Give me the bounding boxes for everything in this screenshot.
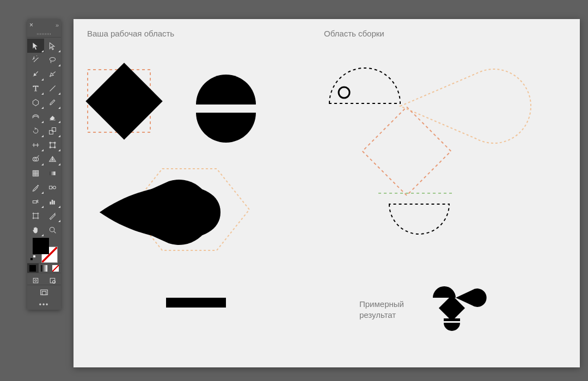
shape-builder-tool[interactable] [27,152,44,166]
curvature-tool[interactable] [44,67,61,81]
shape-bar[interactable] [166,298,226,308]
paintbrush-tool[interactable] [44,95,61,109]
svg-rect-5 [50,143,55,148]
line-segment-tool[interactable] [44,81,61,95]
color-mode-gradient[interactable] [39,263,50,273]
shaper-tool[interactable] [27,109,44,124]
svg-point-30 [436,291,439,295]
shape-split-circle[interactable] [196,75,256,143]
svg-rect-24 [33,278,38,283]
assembly-halfcircle-top[interactable] [329,68,400,103]
svg-rect-28 [41,290,48,294]
fill-swatch[interactable] [33,238,49,254]
draw-normal[interactable] [27,273,44,287]
edit-toolbar-icon[interactable]: ••• [27,300,61,310]
color-mode-none[interactable] [50,263,61,273]
selection-tool[interactable] [27,39,44,53]
lasso-tool[interactable] [44,53,61,67]
assembly-diamond-dashed[interactable] [363,107,451,195]
hand-tool[interactable] [27,223,44,237]
svg-rect-14 [50,186,52,188]
svg-point-25 [35,279,36,281]
free-transform-tool[interactable] [44,138,61,152]
svg-rect-32 [444,318,460,321]
svg-rect-19 [53,200,55,204]
tool-grid [27,38,61,237]
rotate-tool[interactable] [27,124,44,138]
fill-stroke-swatches[interactable] [27,237,61,263]
assembly-halfcircle-bottom[interactable] [389,204,449,234]
svg-rect-3 [50,130,53,134]
svg-rect-16 [33,200,36,202]
scale-tool[interactable] [44,124,61,138]
gradient-tool[interactable] [44,166,61,180]
result-example-icon [433,286,487,331]
magic-wand-tool[interactable] [27,53,44,67]
width-tool[interactable] [27,138,44,152]
svg-rect-4 [52,127,56,131]
swap-fill-stroke-icon[interactable] [30,255,36,261]
svg-point-0 [33,58,34,59]
symbol-sprayer-tool[interactable] [27,194,44,208]
svg-point-21 [50,227,54,232]
blend-tool[interactable] [44,180,61,194]
artboard-canvas: Ваша рабочая область Область сборки Прим… [74,19,580,367]
pen-tool[interactable] [27,67,44,81]
column-graph-tool[interactable] [44,194,61,208]
close-icon[interactable]: × [29,21,33,29]
svg-rect-13 [50,171,55,175]
eraser-tool[interactable] [44,109,61,124]
svg-point-15 [53,186,56,188]
draw-behind[interactable] [44,273,61,287]
eyedropper-tool[interactable] [27,180,44,194]
slice-tool[interactable] [44,208,61,223]
svg-marker-2 [33,99,38,106]
mesh-tool[interactable] [27,166,44,180]
shape-tool[interactable] [27,95,44,109]
tools-panel: × » [27,19,61,310]
artboard-tool[interactable] [27,208,44,223]
panel-header: × » [27,19,61,31]
artwork-svg [74,19,580,367]
shape-teardrop-overlay [100,180,212,245]
svg-rect-18 [52,200,53,205]
zoom-tool[interactable] [44,223,61,237]
color-mode-solid[interactable] [27,263,39,273]
svg-rect-29 [42,291,46,294]
assembly-eye-circle[interactable] [339,87,350,98]
svg-rect-22 [30,258,33,260]
svg-rect-17 [50,201,51,204]
svg-point-1 [50,57,55,61]
color-mode-row [27,263,61,273]
draw-mode-row [27,273,61,285]
shape-diamond[interactable] [85,63,162,139]
svg-rect-20 [33,213,38,218]
collapse-icon[interactable]: » [56,22,59,28]
type-tool[interactable] [27,81,44,95]
perspective-grid-tool[interactable] [44,152,61,166]
direct-selection-tool[interactable] [44,39,61,53]
assembly-teardrop-dashed[interactable] [400,69,531,143]
panel-grip[interactable] [27,31,61,38]
svg-rect-23 [33,255,35,257]
